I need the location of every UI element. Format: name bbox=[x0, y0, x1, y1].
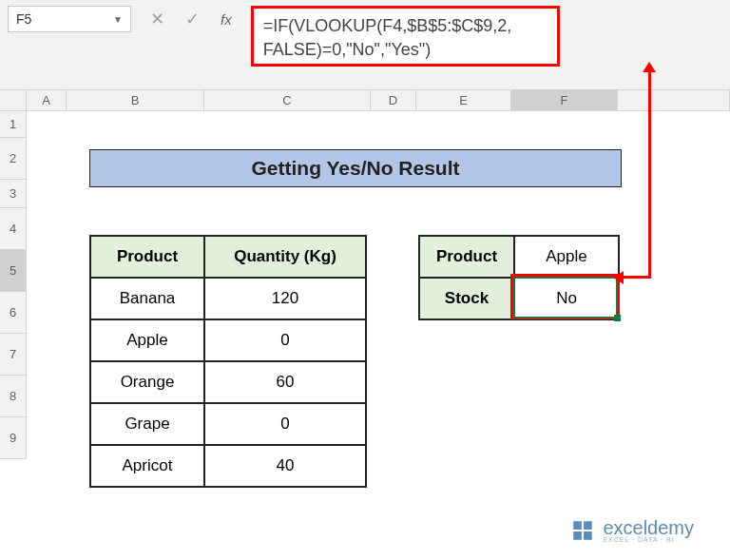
table-cell[interactable]: 0 bbox=[204, 403, 366, 445]
formula-bar-area: F5 ▼ ✕ ✓ fx =IF(VLOOKUP(F4,$B$5:$C$9,2,F… bbox=[0, 0, 730, 90]
formula-text: =IF(VLOOKUP(F4,$B$5:$C$9,2,FALSE)=0,"No"… bbox=[263, 16, 512, 59]
formula-bar-buttons: ✕ ✓ fx bbox=[139, 6, 243, 32]
name-box[interactable]: F5 ▼ bbox=[8, 6, 131, 32]
select-all-corner[interactable] bbox=[0, 90, 27, 110]
row-headers: 1 2 3 4 5 6 7 8 9 bbox=[0, 111, 27, 459]
col-C[interactable]: C bbox=[204, 90, 371, 110]
col-A[interactable]: A bbox=[27, 90, 67, 110]
th-quantity: Quantity (Kg) bbox=[204, 236, 366, 278]
row-1[interactable]: 1 bbox=[0, 111, 27, 138]
data-table: Product Quantity (Kg) Banana120 Apple0 O… bbox=[89, 235, 367, 488]
row-5[interactable]: 5 bbox=[0, 250, 27, 292]
row-2[interactable]: 2 bbox=[0, 138, 27, 180]
col-E[interactable]: E bbox=[416, 90, 511, 110]
arrow-left-icon bbox=[613, 271, 624, 284]
row-7[interactable]: 7 bbox=[0, 334, 27, 376]
lookup-value[interactable]: Apple bbox=[514, 236, 619, 278]
callout-line-h bbox=[620, 276, 651, 279]
table-cell[interactable]: 40 bbox=[204, 445, 366, 487]
chevron-down-icon[interactable]: ▼ bbox=[113, 14, 123, 25]
row-3[interactable]: 3 bbox=[0, 180, 27, 208]
row-4[interactable]: 4 bbox=[0, 208, 27, 250]
col-F[interactable]: F bbox=[511, 90, 618, 110]
col-B[interactable]: B bbox=[67, 90, 204, 110]
row-8[interactable]: 8 bbox=[0, 376, 27, 417]
cancel-icon[interactable]: ✕ bbox=[150, 9, 164, 29]
table-cell[interactable]: 120 bbox=[204, 278, 366, 319]
arrow-up-icon bbox=[643, 62, 656, 72]
column-headers: A B C D E F bbox=[0, 90, 730, 111]
watermark-logo: exceldemy EXCEL · DATA · BI bbox=[570, 517, 694, 543]
table-cell[interactable]: 60 bbox=[204, 361, 366, 403]
lookup-table: Product Apple Stock No bbox=[418, 235, 620, 320]
row-9[interactable]: 9 bbox=[0, 417, 27, 459]
confirm-icon[interactable]: ✓ bbox=[185, 9, 200, 29]
table-cell[interactable]: 0 bbox=[204, 319, 366, 361]
title-cell: Getting Yes/No Result bbox=[89, 149, 622, 187]
name-box-value: F5 bbox=[16, 11, 31, 27]
row-6[interactable]: 6 bbox=[0, 292, 27, 334]
spreadsheet-grid[interactable]: A B C D E F 1 2 3 4 5 6 7 8 9 Getting Ye… bbox=[0, 90, 730, 111]
callout-line-v bbox=[648, 67, 651, 276]
col-D[interactable]: D bbox=[371, 90, 416, 110]
th-product: Product bbox=[90, 236, 204, 278]
table-cell[interactable]: Grape bbox=[90, 403, 204, 445]
formula-input[interactable]: =IF(VLOOKUP(F4,$B$5:$C$9,2,FALSE)=0,"No"… bbox=[251, 6, 560, 67]
lookup-label: Product bbox=[419, 236, 514, 278]
table-cell[interactable]: Apricot bbox=[90, 445, 204, 487]
lookup-value[interactable]: No bbox=[514, 278, 619, 319]
col-blank[interactable] bbox=[618, 90, 730, 110]
title-text: Getting Yes/No Result bbox=[252, 157, 460, 180]
table-cell[interactable]: Orange bbox=[90, 361, 204, 403]
lookup-label: Stock bbox=[419, 278, 514, 319]
logo-icon bbox=[570, 518, 595, 543]
fx-icon[interactable]: fx bbox=[221, 11, 232, 28]
table-cell[interactable]: Banana bbox=[90, 278, 204, 319]
table-cell[interactable]: Apple bbox=[90, 319, 204, 361]
